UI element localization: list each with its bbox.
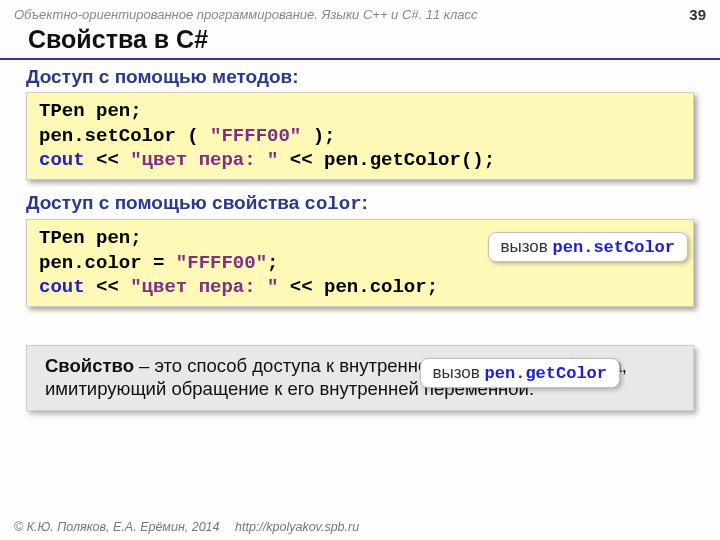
code-string: "FFFF00" bbox=[199, 125, 313, 147]
section2-heading: Доступ с помощью свойства color: bbox=[26, 192, 694, 215]
colon: : bbox=[362, 192, 368, 213]
code-block-methods: TPen pen; pen.setColor ( "FFFF00" ); cou… bbox=[26, 92, 694, 180]
code-keyword: cout bbox=[39, 276, 85, 298]
code-line: TPen pen; bbox=[39, 100, 142, 122]
code-token: pen.setColor bbox=[39, 125, 176, 147]
code-token: << bbox=[85, 149, 131, 171]
section1-heading-text: Доступ с помощью методов bbox=[26, 66, 292, 87]
callout-getcolor: вызов pen.getColor bbox=[420, 358, 620, 388]
code-string: "цвет пера: " bbox=[130, 276, 278, 298]
code-token: ; bbox=[267, 252, 278, 274]
callout-label: вызов bbox=[501, 237, 553, 256]
code-token: << pen.color; bbox=[278, 276, 438, 298]
code-token: ); bbox=[313, 125, 336, 147]
section1-heading: Доступ с помощью методов: bbox=[26, 66, 694, 88]
section2-heading-text: Доступ с помощью свойства bbox=[26, 192, 305, 213]
section2-heading-mono: color bbox=[305, 193, 362, 215]
slide-header: Объектно-ориентированное программировани… bbox=[0, 0, 720, 25]
callout-code: pen.setColor bbox=[553, 238, 675, 257]
code-line: TPen pen; bbox=[39, 227, 142, 249]
callout-code: pen.getColor bbox=[485, 364, 607, 383]
code-token: << pen.getColor(); bbox=[278, 149, 495, 171]
footer-url: http://kpolyakov.spb.ru bbox=[235, 520, 359, 534]
callout-setcolor: вызов pen.setColor bbox=[488, 232, 688, 262]
dash: – bbox=[134, 355, 155, 376]
code-string: "FFFF00" bbox=[176, 252, 267, 274]
code-token: pen.color bbox=[39, 252, 142, 274]
code-token: = bbox=[142, 252, 176, 274]
slide-title: Свойства в C# bbox=[0, 25, 720, 60]
code-keyword: cout bbox=[39, 149, 85, 171]
code-token: ( bbox=[187, 125, 198, 147]
page-number: 39 bbox=[689, 6, 706, 23]
callout-label: вызов bbox=[433, 363, 485, 382]
copyright-text: © К.Ю. Поляков, Е.А. Ерёмин, 2014 bbox=[14, 520, 220, 534]
definition-term: Свойство bbox=[45, 355, 134, 376]
colon: : bbox=[292, 66, 298, 87]
code-string: "цвет пера: " bbox=[130, 149, 278, 171]
code-token: << bbox=[85, 276, 131, 298]
course-title: Объектно-ориентированное программировани… bbox=[14, 7, 478, 22]
slide-footer: © К.Ю. Поляков, Е.А. Ерёмин, 2014 http:/… bbox=[14, 520, 359, 534]
